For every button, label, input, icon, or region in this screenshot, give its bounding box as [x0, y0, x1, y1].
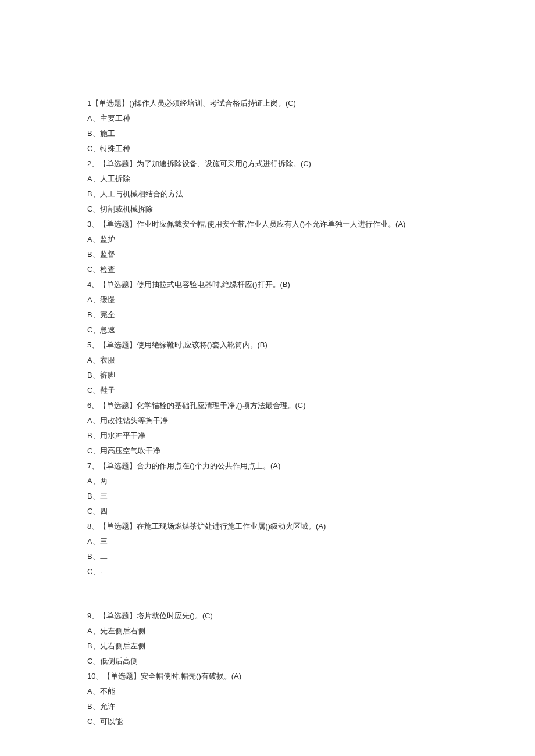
question-option: C、急速	[87, 323, 448, 338]
question-option: A、缓慢	[87, 292, 448, 307]
section-gap	[87, 579, 448, 608]
question-option: B、裤脚	[87, 368, 448, 383]
question-stem: 3、【单选题】作业时应佩戴安全帽,使用安全带,作业人员应有人()不允许单独一人进…	[87, 217, 448, 232]
question-option: B、二	[87, 549, 448, 564]
question-stem: 4、【单选题】使用抽拉式电容验电器时,绝缘杆应()打开。(B)	[87, 277, 448, 292]
question-option: A、三	[87, 534, 448, 549]
question-option: C、低侧后高侧	[87, 654, 448, 669]
question-option: B、三	[87, 489, 448, 504]
question-option: A、主要工种	[87, 111, 448, 126]
question-option: B、用水冲平干净	[87, 428, 448, 443]
question-stem: 2、【单选题】为了加速拆除设备、设施可采用()方式进行拆除。(C)	[87, 156, 448, 171]
question-option: A、先左侧后右侧	[87, 624, 448, 639]
question-option: C、特殊工种	[87, 141, 448, 156]
question-option: A、用改锥钻头等掏干净	[87, 413, 448, 428]
question-option: B、监督	[87, 247, 448, 262]
question-option: A、不能	[87, 684, 448, 699]
document-content: 1【单选题】()操作人员必须经培训、考试合格后持证上岗。(C) A、主要工种 B…	[87, 96, 448, 729]
question-option: A、衣服	[87, 353, 448, 368]
question-option: C、鞋子	[87, 383, 448, 398]
question-option: B、允许	[87, 699, 448, 714]
question-option: C、四	[87, 504, 448, 519]
question-stem: 8、【单选题】在施工现场燃煤茶炉处进行施工作业属()级动火区域。(A)	[87, 519, 448, 534]
question-option: B、完全	[87, 307, 448, 323]
question-stem: 6、【单选题】化学锚栓的基础孔应清理干净,()项方法最合理。(C)	[87, 398, 448, 413]
question-option: B、先右侧后左侧	[87, 639, 448, 654]
question-option: A、人工拆除	[87, 171, 448, 187]
question-stem: 7、【单选题】合力的作用点在()个力的公共作用点上。(A)	[87, 458, 448, 474]
question-option: B、人工与机械相结合的方法	[87, 187, 448, 202]
question-option: C、检查	[87, 262, 448, 277]
question-option: C、切割或机械拆除	[87, 202, 448, 217]
question-stem: 1【单选题】()操作人员必须经培训、考试合格后持证上岗。(C)	[87, 96, 448, 111]
question-option: C、用高压空气吹干净	[87, 443, 448, 458]
question-option: A、两	[87, 474, 448, 489]
question-option: C、-	[87, 564, 448, 579]
question-stem: 5、【单选题】使用绝缘靴时,应该将()套入靴筒内。(B)	[87, 338, 448, 353]
question-option: B、施工	[87, 126, 448, 141]
question-stem: 10、【单选题】安全帽使时,帽壳()有破损。(A)	[87, 669, 448, 684]
question-stem: 9、【单选题】塔片就位时应先()。(C)	[87, 608, 448, 624]
question-option: A、监护	[87, 232, 448, 247]
question-option: C、可以能	[87, 714, 448, 729]
